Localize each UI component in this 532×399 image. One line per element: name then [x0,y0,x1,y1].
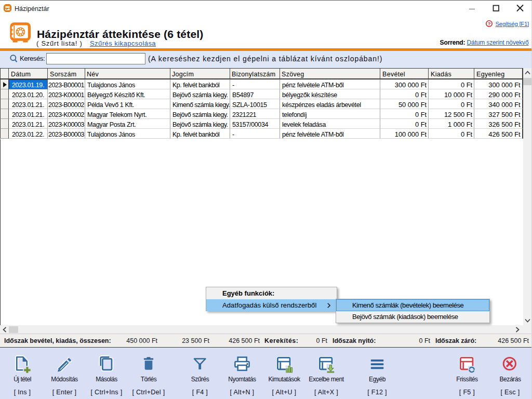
svg-text:?: ? [487,21,490,26]
